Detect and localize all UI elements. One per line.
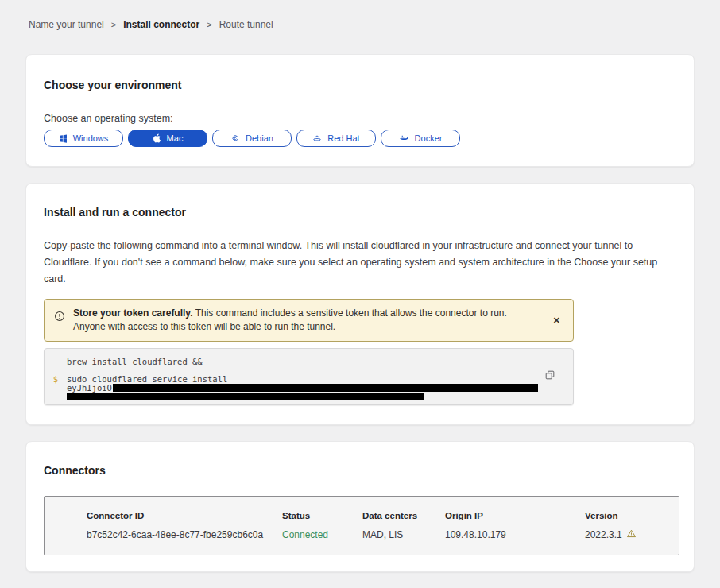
connectors-card: Connectors Connector ID Status Data cent…: [25, 441, 695, 572]
terminal-gutter: [45, 384, 67, 393]
table-header-row: Connector ID Status Data centers Origin …: [87, 511, 679, 520]
terminal-line-2: $ sudo cloudflared service install: [45, 375, 573, 384]
column-header-connector-id: Connector ID: [87, 511, 282, 520]
column-header-data-centers: Data centers: [362, 511, 445, 520]
os-button-docker[interactable]: Docker: [381, 130, 460, 147]
breadcrumb-separator: >: [111, 20, 116, 29]
token-warning-text: Store your token carefully. This command…: [73, 307, 542, 334]
alert-circle-icon: [54, 311, 65, 325]
breadcrumb-install-connector[interactable]: Install connector: [123, 19, 199, 30]
tunnel-setup-page: Name your tunnel > Install connector > R…: [0, 0, 720, 588]
connector-id-value: b7c52c42-6caa-48ee-8c77-fbe259cb6c0a: [87, 529, 282, 540]
redhat-icon: [312, 133, 322, 143]
token-warning-title: Store your token carefully.: [73, 308, 193, 319]
windows-icon: [59, 134, 68, 143]
breadcrumb-separator: >: [207, 20, 211, 29]
os-button-windows[interactable]: Windows: [44, 130, 123, 147]
column-header-origin-ip: Origin IP: [445, 511, 585, 520]
connectors-table: Connector ID Status Data centers Origin …: [44, 496, 679, 555]
breadcrumb-name-your-tunnel[interactable]: Name your tunnel: [29, 19, 104, 30]
connectors-card-title: Connectors: [44, 464, 676, 477]
os-button-label: Mac: [167, 133, 184, 143]
origin-ip-value: 109.48.10.179: [445, 529, 585, 540]
choose-environment-card: Choose your environment Choose an operat…: [25, 54, 695, 167]
os-select-label: Choose an operating system:: [44, 113, 676, 124]
breadcrumb-route-tunnel[interactable]: Route tunnel: [219, 19, 273, 30]
table-row: b7c52c42-6caa-48ee-8c77-fbe259cb6c0a Con…: [87, 528, 679, 541]
os-button-label: Windows: [73, 133, 109, 143]
os-button-group: Windows Mac Debian Red Hat: [44, 130, 676, 147]
os-button-label: Red Hat: [327, 133, 359, 143]
os-button-mac[interactable]: Mac: [128, 130, 207, 147]
breadcrumb: Name your tunnel > Install connector > R…: [0, 0, 720, 30]
install-description: Copy-paste the following command into a …: [44, 238, 673, 288]
terminal-line-1: brew install cloudflared &&: [45, 357, 573, 367]
token-prefix-text: eyJhIjoiO: [67, 384, 112, 393]
terminal-gutter: [45, 393, 67, 400]
os-button-debian[interactable]: Debian: [212, 130, 292, 147]
terminal-line-4: [45, 393, 573, 400]
version-number: 2022.3.1: [585, 529, 622, 540]
terminal-command-block: brew install cloudflared && $ sudo cloud…: [44, 348, 574, 405]
status-badge: Connected: [282, 529, 362, 540]
redacted-token-bar: [113, 384, 538, 392]
os-button-redhat[interactable]: Red Hat: [296, 130, 376, 147]
docker-icon: [399, 133, 409, 143]
apple-icon: [153, 133, 161, 143]
redacted-token-bar: [67, 393, 424, 400]
version-value: 2022.3.1: [585, 528, 679, 541]
os-button-label: Debian: [246, 133, 273, 143]
warning-triangle-icon: [626, 528, 637, 541]
terminal-gutter: [45, 357, 67, 367]
token-warning-banner: Store your token carefully. This command…: [44, 299, 574, 342]
install-card-title: Install and run a connector: [44, 206, 676, 219]
environment-card-title: Choose your environment: [44, 79, 676, 91]
install-connector-card: Install and run a connector Copy-paste t…: [25, 183, 695, 425]
close-icon[interactable]: ✕: [550, 314, 563, 327]
os-button-label: Docker: [415, 133, 443, 143]
data-centers-value: MAD, LIS: [362, 529, 445, 540]
copy-icon[interactable]: [544, 369, 555, 383]
terminal-prompt: $: [45, 375, 67, 384]
debian-icon: [230, 133, 240, 143]
column-header-status: Status: [282, 511, 362, 520]
terminal-line-3: eyJhIjoiO: [45, 384, 573, 393]
column-header-version: Version: [585, 511, 679, 520]
terminal-command-text: brew install cloudflared &&: [67, 357, 203, 367]
